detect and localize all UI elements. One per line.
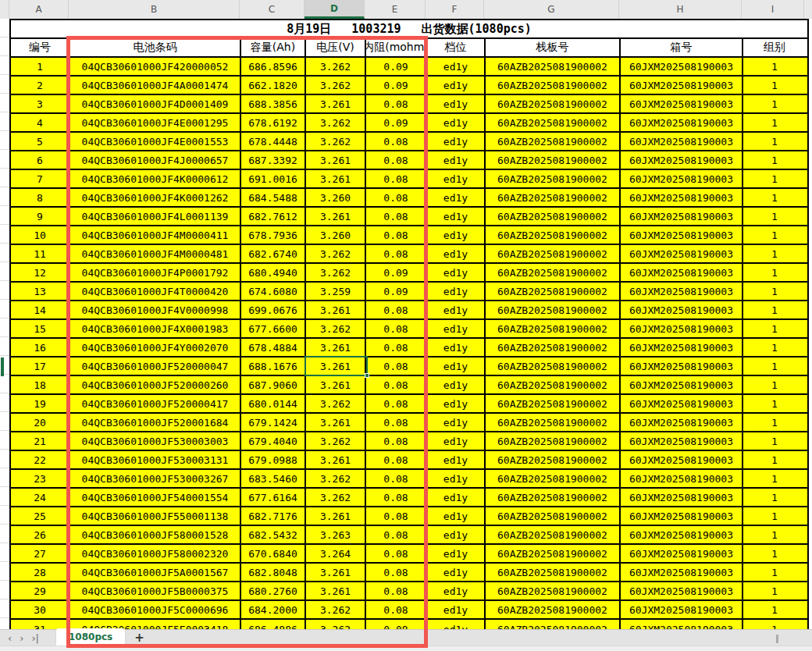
cell-group[interactable]: 1 bbox=[743, 339, 806, 356]
cell-grade[interactable]: ed1y bbox=[427, 189, 486, 206]
cell-group[interactable]: 1 bbox=[743, 507, 806, 525]
cell-resistance[interactable]: 0.08 bbox=[366, 320, 427, 337]
cell-box[interactable]: 60JXM202508190003 bbox=[621, 301, 743, 318]
cell-group[interactable]: 1 bbox=[743, 226, 806, 244]
cell-resistance[interactable]: 0.09 bbox=[366, 76, 427, 94]
cell-barcode[interactable]: 04QCB30601000JF4T0000420 bbox=[70, 283, 241, 300]
cell-group[interactable]: 1 bbox=[743, 451, 806, 468]
cell-pallet[interactable]: 60AZB2025081900002 bbox=[486, 58, 621, 75]
cell-no[interactable]: 30 bbox=[11, 601, 70, 618]
cell-grade[interactable]: ed1y bbox=[427, 432, 486, 450]
column-header-i[interactable]: I bbox=[742, 0, 804, 19]
cell-group[interactable]: 1 bbox=[743, 76, 806, 94]
cell-no[interactable]: 20 bbox=[11, 414, 70, 431]
cell-barcode[interactable]: 04QCB30601000JF4E0001295 bbox=[70, 114, 241, 131]
cell-capacity[interactable]: 686.4886 bbox=[241, 620, 306, 629]
add-sheet-button[interactable]: + bbox=[134, 631, 144, 645]
cell-resistance[interactable]: 0.08 bbox=[366, 301, 427, 318]
header-capacity[interactable]: 容量(Ah) bbox=[241, 39, 306, 56]
cell-pallet[interactable]: 60AZB2025081900002 bbox=[486, 76, 621, 94]
header-no[interactable]: 编号 bbox=[11, 39, 70, 56]
cell-box[interactable]: 60JXM202508190003 bbox=[621, 395, 743, 412]
cell-resistance[interactable]: 0.09 bbox=[366, 264, 427, 281]
cell-resistance[interactable]: 0.08 bbox=[366, 245, 427, 262]
cell-resistance[interactable]: 0.08 bbox=[366, 620, 427, 629]
cell-barcode[interactable]: 04QCB30601000JF4Y0002070 bbox=[70, 339, 241, 356]
cell-no[interactable]: 16 bbox=[11, 339, 70, 356]
cell-capacity[interactable]: 682.8048 bbox=[241, 564, 306, 581]
cell-box[interactable]: 60JXM202508190003 bbox=[621, 358, 743, 375]
cell-barcode[interactable]: 04QCB30601000JF530003267 bbox=[70, 470, 241, 487]
cell-voltage[interactable]: 3.262 bbox=[306, 320, 366, 337]
cell-voltage[interactable]: 3.262 bbox=[306, 395, 366, 412]
cell-voltage[interactable]: 3.261 bbox=[306, 564, 366, 581]
cell-barcode[interactable]: 04QCB30601000JF4A0001474 bbox=[70, 76, 241, 94]
cell-resistance[interactable]: 0.09 bbox=[366, 58, 427, 75]
cell-barcode[interactable]: 04QCB30601000JF4E0001553 bbox=[70, 133, 241, 150]
cell-barcode[interactable]: 04QCB30601000JF5B0000375 bbox=[70, 582, 241, 599]
cell-group[interactable]: 1 bbox=[743, 432, 806, 450]
cell-voltage[interactable]: 3.262 bbox=[306, 601, 366, 618]
cell-resistance[interactable]: 0.09 bbox=[366, 114, 427, 131]
last-sheet-icon[interactable]: ›| bbox=[31, 633, 39, 643]
cell-voltage[interactable]: 3.262 bbox=[306, 264, 366, 281]
cell-grade[interactable]: ed1y bbox=[427, 264, 486, 281]
cell-capacity[interactable]: 678.6192 bbox=[241, 114, 306, 131]
cell-pallet[interactable]: 60AZB2025081900002 bbox=[486, 414, 621, 431]
cell-resistance[interactable]: 0.08 bbox=[366, 208, 427, 225]
cell-voltage[interactable]: 3.262 bbox=[306, 76, 366, 94]
cell-voltage[interactable]: 3.261 bbox=[306, 95, 366, 112]
cell-barcode[interactable]: 04QCB30601000JF4J0000657 bbox=[70, 151, 241, 169]
cell-no[interactable]: 13 bbox=[11, 283, 70, 300]
cell-group[interactable]: 1 bbox=[743, 151, 806, 169]
cell-grade[interactable]: ed1y bbox=[427, 58, 486, 75]
cell-pallet[interactable]: 60AZB2025081900002 bbox=[486, 582, 621, 599]
cell-grade[interactable]: ed1y bbox=[427, 507, 486, 525]
cell-grade[interactable]: ed1y bbox=[427, 489, 486, 506]
cell-group[interactable]: 1 bbox=[743, 545, 806, 562]
cell-box[interactable]: 60JXM202508190003 bbox=[621, 582, 743, 599]
cell-capacity[interactable]: 680.0144 bbox=[241, 395, 306, 412]
cell-capacity[interactable]: 691.0016 bbox=[241, 170, 306, 187]
cell-voltage[interactable]: 3.259 bbox=[306, 283, 366, 300]
cell-pallet[interactable]: 60AZB2025081900002 bbox=[486, 95, 621, 112]
cell-voltage[interactable]: 3.261 bbox=[306, 414, 366, 431]
cell-group[interactable]: 1 bbox=[743, 395, 806, 412]
cell-no[interactable]: 18 bbox=[11, 376, 70, 393]
cell-group[interactable]: 1 bbox=[743, 526, 806, 543]
cell-no[interactable]: 11 bbox=[11, 245, 70, 262]
cell-box[interactable]: 60JXM202508190003 bbox=[621, 133, 743, 150]
cell-no[interactable]: 9 bbox=[11, 208, 70, 225]
cell-group[interactable]: 1 bbox=[743, 414, 806, 431]
cell-voltage[interactable]: 3.262 bbox=[306, 620, 366, 629]
cell-group[interactable]: 1 bbox=[743, 95, 806, 112]
cell-voltage[interactable]: 3.261 bbox=[306, 151, 366, 169]
cell-pallet[interactable]: 60AZB2025081900002 bbox=[486, 320, 621, 337]
header-group[interactable]: 组别 bbox=[743, 39, 806, 56]
cell-barcode[interactable]: 04QCB30601000JF530003003 bbox=[70, 432, 241, 450]
cell-group[interactable]: 1 bbox=[743, 58, 806, 75]
cell-group[interactable]: 1 bbox=[743, 470, 806, 487]
cell-barcode[interactable]: 04QCB30601000JF4V0000998 bbox=[70, 301, 241, 318]
cell-grade[interactable]: ed1y bbox=[427, 301, 486, 318]
column-header-g[interactable]: G bbox=[484, 0, 619, 19]
cell-voltage[interactable]: 3.263 bbox=[306, 526, 366, 543]
cell-box[interactable]: 60JXM202508190003 bbox=[621, 245, 743, 262]
cell-grade[interactable]: ed1y bbox=[427, 451, 486, 468]
cell-grade[interactable]: ed1y bbox=[427, 245, 486, 262]
cell-group[interactable]: 1 bbox=[743, 489, 806, 506]
cell-pallet[interactable]: 60AZB2025081900002 bbox=[486, 376, 621, 393]
cell-no[interactable]: 27 bbox=[11, 545, 70, 562]
cell-barcode[interactable]: 04QCB30601000JF550001138 bbox=[70, 507, 241, 525]
cell-capacity[interactable]: 678.7936 bbox=[241, 226, 306, 244]
cell-pallet[interactable]: 60AZB2025081900002 bbox=[486, 151, 621, 169]
cell-voltage[interactable]: 3.262 bbox=[306, 245, 366, 262]
cell-pallet[interactable]: 60AZB2025081900002 bbox=[486, 601, 621, 618]
cell-barcode[interactable]: 04QCB30601000JF4K0001262 bbox=[70, 189, 241, 206]
cell-group[interactable]: 1 bbox=[743, 245, 806, 262]
cell-resistance[interactable]: 0.08 bbox=[366, 564, 427, 581]
cell-group[interactable]: 1 bbox=[743, 601, 806, 618]
cell-pallet[interactable]: 60AZB2025081900002 bbox=[486, 301, 621, 318]
cell-grade[interactable]: ed1y bbox=[427, 601, 486, 618]
cell-barcode[interactable]: 04QCB30601000JF520000047 bbox=[70, 358, 241, 375]
